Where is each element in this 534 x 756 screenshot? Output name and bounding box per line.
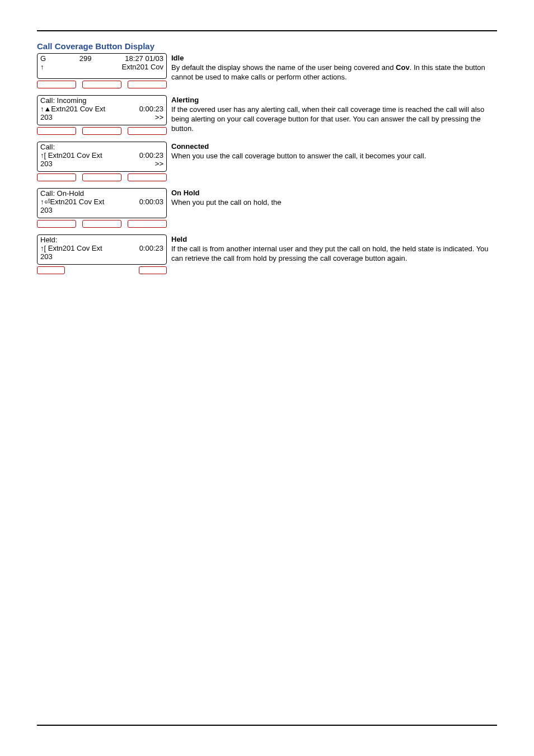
softkey-button[interactable] [128, 81, 167, 88]
softkey-button[interactable] [37, 81, 76, 88]
line2-left: ↑⏎Extn201 Cov Ext [40, 198, 104, 206]
line3-right: >> [155, 159, 163, 168]
softkey-button[interactable] [128, 173, 167, 181]
softkey-button[interactable] [128, 127, 167, 135]
state-row-idle: G 299 18:27 01/03 ↑ Extn201 Cov Idle By … [37, 53, 497, 88]
line1-left: Call: [40, 143, 55, 151]
phone-line-1: G 299 18:27 01/03 [40, 54, 163, 63]
phone-line-2: ↑▲Extn201 Cov Ext 0:00:23 [40, 105, 163, 113]
state-description-idle: Idle By default the display shows the na… [171, 53, 497, 82]
phone-line-3: 203 >> [40, 113, 163, 121]
softkey-button[interactable] [82, 81, 121, 88]
softkey-button[interactable] [37, 220, 76, 228]
phone-display-held: Held: ↑[ Extn201 Cov Ext 0:00:23 203 [37, 234, 167, 274]
softkey-button[interactable] [82, 173, 121, 181]
phone-line-1: Held: [40, 236, 163, 244]
state-heading: Alerting [171, 95, 497, 105]
line1-right: 18:27 01/03 [125, 54, 163, 63]
line2-left: ↑[ Extn201 Cov Ext [40, 244, 102, 252]
phone-line-2: ↑⏎Extn201 Cov Ext 0:00:03 [40, 198, 163, 206]
state-description-alerting: Alerting If the covered user has any ale… [171, 95, 497, 133]
phone-line-1: Call: On-Hold [40, 189, 163, 198]
line2-left: ↑ [40, 63, 44, 71]
line1-left: Call: On-Hold [40, 189, 84, 198]
state-heading: On Hold [171, 188, 497, 198]
line1-left: Held: [40, 236, 57, 244]
document-page: Call Coverage Button Display G 299 18:27… [0, 0, 534, 756]
line2-right: 0:00:03 [139, 198, 163, 206]
line3-left: 203 [40, 206, 53, 214]
phone-display-connected: Call: ↑[ Extn201 Cov Ext 0:00:23 203 >> [37, 142, 167, 181]
line2-right: 0:00:23 [139, 151, 163, 159]
line3-left: 203 [40, 159, 53, 168]
line3-right: >> [155, 113, 163, 121]
phone-line-1: Call: Incoming [40, 96, 163, 105]
line1-left: G [40, 54, 46, 63]
phone-display-onhold: Call: On-Hold ↑⏎Extn201 Cov Ext 0:00:03 … [37, 188, 167, 228]
state-heading: Connected [171, 142, 497, 151]
state-row-held: Held: ↑[ Extn201 Cov Ext 0:00:23 203 Hel… [37, 234, 497, 274]
state-body: When you put the call on hold, the [171, 198, 282, 206]
phone-screen: Call: ↑[ Extn201 Cov Ext 0:00:23 203 >> [37, 142, 167, 172]
state-body: If the covered user has any alerting cal… [171, 105, 484, 133]
state-body: When you use the call coverage button to… [171, 152, 426, 160]
softkey-row [37, 81, 167, 88]
phone-screen: Held: ↑[ Extn201 Cov Ext 0:00:23 203 [37, 234, 167, 265]
softkey-button[interactable] [139, 266, 167, 274]
state-row-onhold: Call: On-Hold ↑⏎Extn201 Cov Ext 0:00:03 … [37, 188, 497, 228]
softkey-button[interactable] [82, 220, 121, 228]
top-rule [37, 30, 497, 31]
phone-display-alerting: Call: Incoming ↑▲Extn201 Cov Ext 0:00:23… [37, 95, 167, 135]
line1-mid: 299 [46, 54, 125, 63]
line2-left: ↑▲Extn201 Cov Ext [40, 105, 105, 113]
softkey-button[interactable] [37, 173, 76, 181]
softkey-row [37, 127, 167, 135]
state-row-alerting: Call: Incoming ↑▲Extn201 Cov Ext 0:00:23… [37, 95, 497, 135]
state-heading: Idle [171, 53, 497, 63]
line3-left: 203 [40, 113, 53, 121]
phone-line-3: 203 [40, 252, 163, 261]
line2-left: ↑[ Extn201 Cov Ext [40, 151, 102, 159]
softkey-button[interactable] [37, 127, 76, 135]
line2-right: 0:00:23 [139, 244, 163, 252]
phone-line-2: ↑ Extn201 Cov [40, 63, 163, 71]
section-title: Call Coverage Button Display [37, 41, 497, 51]
line1-left: Call: Incoming [40, 96, 86, 105]
line2-right: Extn201 Cov [122, 63, 163, 71]
state-description-held: Held If the call is from another interna… [171, 234, 497, 263]
softkey-button[interactable] [37, 266, 65, 274]
softkey-button[interactable] [82, 127, 121, 135]
softkey-row [37, 266, 167, 274]
line2-right: 0:00:23 [139, 105, 163, 113]
phone-screen: Call: On-Hold ↑⏎Extn201 Cov Ext 0:00:03 … [37, 188, 167, 218]
state-body: If the call is from another internal use… [171, 245, 489, 262]
state-row-connected: Call: ↑[ Extn201 Cov Ext 0:00:23 203 >> [37, 142, 497, 181]
bottom-rule [37, 725, 497, 726]
phone-line-3: 203 [40, 206, 163, 214]
phone-display-idle: G 299 18:27 01/03 ↑ Extn201 Cov [37, 53, 167, 88]
body-strong: Cov [396, 63, 410, 72]
state-description-onhold: On Hold When you put the call on hold, t… [171, 188, 497, 207]
phone-line-2: ↑[ Extn201 Cov Ext 0:00:23 [40, 244, 163, 252]
phone-line-3: 203 >> [40, 159, 163, 168]
phone-line-2: ↑[ Extn201 Cov Ext 0:00:23 [40, 151, 163, 159]
softkey-button[interactable] [128, 220, 167, 228]
state-heading: Held [171, 234, 497, 244]
phone-screen: Call: Incoming ↑▲Extn201 Cov Ext 0:00:23… [37, 95, 167, 125]
phone-screen: G 299 18:27 01/03 ↑ Extn201 Cov [37, 53, 167, 79]
phone-line-1: Call: [40, 143, 163, 151]
state-body: By default the display shows the name of… [171, 63, 485, 81]
line3-left: 203 [40, 252, 53, 261]
softkey-row [37, 173, 167, 181]
softkey-row [37, 220, 167, 228]
state-description-connected: Connected When you use the call coverage… [171, 142, 497, 161]
body-pre: By default the display shows the name of… [171, 63, 396, 72]
